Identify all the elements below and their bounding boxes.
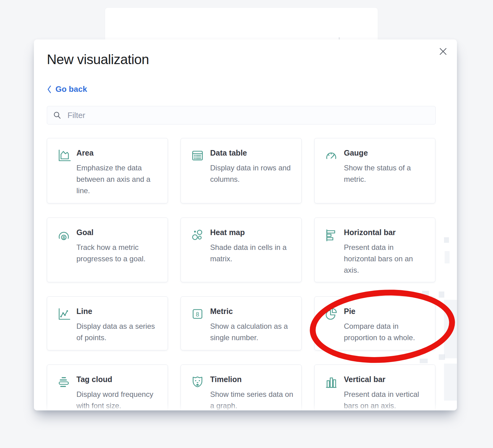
card-description: Present data in vertical bars on an axis… [344,389,428,410]
svg-text:8: 8 [196,311,199,318]
new-visualization-modal: New visualization Go back Area Empha [34,39,457,410]
chevron-left-icon [47,85,52,94]
card-line[interactable]: Line Display data as a series of points. [47,296,168,350]
go-back-link[interactable]: Go back [47,84,87,94]
card-vertical-bar[interactable]: Vertical bar Present data in vertical ba… [314,365,435,410]
goal-icon: 8 [56,228,71,242]
svg-text:8: 8 [63,235,65,240]
card-gauge[interactable]: Gauge Show the status of a metric. [314,138,435,203]
card-description: Display data in rows and columns. [210,162,294,185]
faded-artifact [445,251,450,263]
metric-icon: 8 [190,307,205,321]
go-back-label: Go back [55,84,87,94]
card-title: Gauge [344,149,427,157]
area-chart-icon [56,148,71,163]
faded-artifact [439,354,445,360]
card-description: Show a calculation as a single number. [210,320,294,343]
pie-chart-icon [324,307,339,321]
gauge-icon [324,148,339,163]
faded-artifact [439,291,444,298]
card-description: Track how a metric progresses to a goal. [76,242,160,264]
faded-artifact [444,300,457,358]
page: New visualization Go back Area Empha [0,0,493,448]
card-title: Horizontal bar [344,228,427,237]
timelion-icon [190,375,205,389]
card-pie[interactable]: Pie Compare data in proportion to a whol… [314,296,435,350]
card-heat-map[interactable]: Heat map Shade data in cells in a matrix… [181,218,302,282]
search-icon [53,111,62,120]
card-title: Vertical bar [344,375,427,384]
faded-artifact [444,364,457,401]
card-title: Data table [210,149,293,157]
card-title: Heat map [210,228,293,237]
filter-input[interactable] [67,110,430,120]
card-description: Display word frequency with font size. [76,389,160,410]
card-tag-cloud[interactable]: Tag cloud Display word frequency with fo… [47,365,168,410]
card-timelion[interactable]: Timelion Show time series data on a grap… [181,365,302,410]
card-description: Show the status of a metric. [344,162,428,185]
card-title: Area [76,149,160,157]
data-table-icon [190,148,205,163]
card-goal[interactable]: 8 Goal Track how a metric progresses to … [47,218,168,282]
horizontal-bar-icon [324,228,339,242]
tag-cloud-icon [56,375,71,389]
vertical-bar-icon [324,375,339,389]
card-description: Shade data in cells in a matrix. [210,242,294,264]
card-title: Goal [76,228,160,237]
card-title: Pie [344,307,427,316]
card-grid: Area Emphasize the data between an axis … [47,138,435,410]
card-metric[interactable]: 8 Metric Show a calculation as a single … [181,296,302,350]
card-description: Display data as a series of points. [76,320,160,343]
card-title: Metric [210,307,293,316]
card-title: Line [76,307,160,316]
card-title: Tag cloud [76,375,160,384]
card-data-table[interactable]: Data table Display data in rows and colu… [181,138,302,203]
close-icon[interactable] [438,46,448,57]
card-horizontal-bar[interactable]: Horizontal bar Present data in horizonta… [314,218,435,282]
line-chart-icon [56,307,71,321]
card-description: Show time series data on a graph. [210,389,294,410]
card-description: Compare data in proportion to a whole. [344,320,428,343]
card-area[interactable]: Area Emphasize the data between an axis … [47,138,168,203]
card-description: Emphasize the data between an axis and a… [76,162,160,196]
filter-field [47,106,436,124]
faded-artifact [444,237,449,243]
card-description: Present data in horizontal bars on an ax… [344,242,428,276]
card-title: Timelion [210,375,293,384]
page-title: New visualization [47,52,149,67]
heat-map-icon [190,228,205,242]
